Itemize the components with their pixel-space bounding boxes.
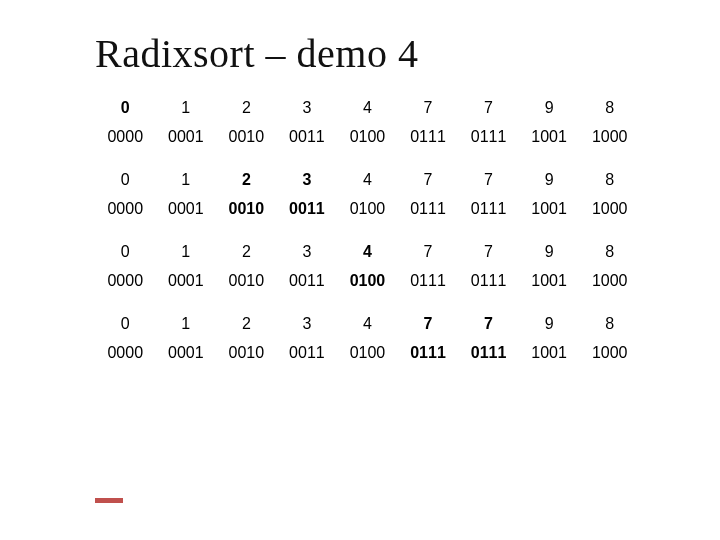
binary-row: 000000010010001101000111011110011000 xyxy=(95,197,640,221)
cell: 3 xyxy=(277,163,338,197)
cell: 9 xyxy=(519,163,580,197)
cell: 8 xyxy=(579,163,640,197)
cell: 1 xyxy=(156,163,217,197)
cell: 2 xyxy=(216,235,277,269)
cell: 1001 xyxy=(519,197,580,221)
radixsort-table: 0123477980000000100100011010001110111100… xyxy=(95,91,640,365)
cell: 4 xyxy=(337,235,398,269)
spacer-cell xyxy=(95,221,640,235)
spacer-cell xyxy=(95,293,640,307)
cell: 0010 xyxy=(216,269,277,293)
cell: 3 xyxy=(277,91,338,125)
slide: Radixsort – demo 4 012347798000000010010… xyxy=(0,0,720,540)
cell: 7 xyxy=(398,307,459,341)
cell: 8 xyxy=(579,307,640,341)
cell: 9 xyxy=(519,307,580,341)
spacer-row xyxy=(95,293,640,307)
cell: 0100 xyxy=(337,341,398,365)
cell: 0111 xyxy=(458,125,519,149)
cell: 2 xyxy=(216,163,277,197)
cell: 0100 xyxy=(337,125,398,149)
cell: 8 xyxy=(579,91,640,125)
cell: 0100 xyxy=(337,269,398,293)
cell: 0011 xyxy=(277,269,338,293)
cell: 0100 xyxy=(337,197,398,221)
cell: 7 xyxy=(458,235,519,269)
index-row: 012347798 xyxy=(95,235,640,269)
cell: 9 xyxy=(519,235,580,269)
binary-row: 000000010010001101000111011110011000 xyxy=(95,341,640,365)
cell: 7 xyxy=(458,91,519,125)
index-row: 012347798 xyxy=(95,307,640,341)
cell: 0111 xyxy=(458,341,519,365)
cell: 0000 xyxy=(95,269,156,293)
cell: 0011 xyxy=(277,341,338,365)
cell: 2 xyxy=(216,307,277,341)
cell: 9 xyxy=(519,91,580,125)
cell: 0011 xyxy=(277,125,338,149)
cell: 0111 xyxy=(398,197,459,221)
binary-row: 000000010010001101000111011110011000 xyxy=(95,269,640,293)
cell: 4 xyxy=(337,91,398,125)
cell: 0010 xyxy=(216,125,277,149)
spacer-row xyxy=(95,221,640,235)
cell: 0011 xyxy=(277,197,338,221)
cell: 0111 xyxy=(398,125,459,149)
cell: 1000 xyxy=(579,269,640,293)
cell: 0111 xyxy=(458,269,519,293)
spacer-cell xyxy=(95,149,640,163)
cell: 0111 xyxy=(398,341,459,365)
cell: 1 xyxy=(156,235,217,269)
cell: 0001 xyxy=(156,197,217,221)
cell: 7 xyxy=(458,307,519,341)
binary-row: 000000010010001101000111011110011000 xyxy=(95,125,640,149)
cell: 1 xyxy=(156,91,217,125)
cell: 0111 xyxy=(398,269,459,293)
cell: 1000 xyxy=(579,341,640,365)
cell: 1001 xyxy=(519,269,580,293)
cell: 0000 xyxy=(95,125,156,149)
cell: 8 xyxy=(579,235,640,269)
cell: 1001 xyxy=(519,341,580,365)
slide-title: Radixsort – demo 4 xyxy=(95,30,690,77)
index-row: 012347798 xyxy=(95,91,640,125)
cell: 0010 xyxy=(216,341,277,365)
cell: 0111 xyxy=(458,197,519,221)
cell: 7 xyxy=(458,163,519,197)
cell: 7 xyxy=(398,163,459,197)
cell: 1001 xyxy=(519,125,580,149)
cell: 4 xyxy=(337,163,398,197)
cell: 0 xyxy=(95,91,156,125)
cell: 2 xyxy=(216,91,277,125)
cell: 0 xyxy=(95,163,156,197)
cell: 0001 xyxy=(156,125,217,149)
cell: 3 xyxy=(277,307,338,341)
index-row: 012347798 xyxy=(95,163,640,197)
cell: 3 xyxy=(277,235,338,269)
cell: 1000 xyxy=(579,125,640,149)
cell: 0001 xyxy=(156,341,217,365)
cell: 0001 xyxy=(156,269,217,293)
cell: 0 xyxy=(95,307,156,341)
cell: 1000 xyxy=(579,197,640,221)
cell: 0000 xyxy=(95,197,156,221)
cell: 7 xyxy=(398,235,459,269)
cell: 1 xyxy=(156,307,217,341)
cell: 4 xyxy=(337,307,398,341)
accent-bar-icon xyxy=(95,498,123,503)
cell: 0000 xyxy=(95,341,156,365)
cell: 0 xyxy=(95,235,156,269)
cell: 0010 xyxy=(216,197,277,221)
cell: 7 xyxy=(398,91,459,125)
spacer-row xyxy=(95,149,640,163)
